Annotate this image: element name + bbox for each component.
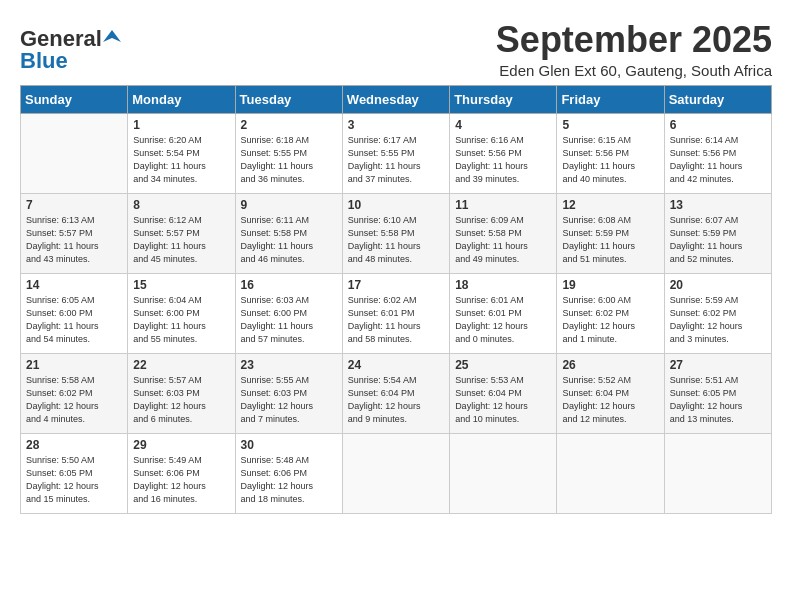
day-number: 18 [455, 278, 551, 292]
day-number: 27 [670, 358, 766, 372]
calendar-cell: 9Sunrise: 6:11 AMSunset: 5:58 PMDaylight… [235, 193, 342, 273]
logo-bird-icon [103, 28, 121, 46]
day-info: Sunrise: 6:07 AMSunset: 5:59 PMDaylight:… [670, 214, 766, 266]
calendar-header-row: SundayMondayTuesdayWednesdayThursdayFrid… [21, 85, 772, 113]
day-number: 23 [241, 358, 337, 372]
calendar-week-2: 7Sunrise: 6:13 AMSunset: 5:57 PMDaylight… [21, 193, 772, 273]
day-info: Sunrise: 6:18 AMSunset: 5:55 PMDaylight:… [241, 134, 337, 186]
day-info: Sunrise: 6:10 AMSunset: 5:58 PMDaylight:… [348, 214, 444, 266]
svg-marker-0 [103, 30, 121, 42]
calendar-cell [450, 433, 557, 513]
day-number: 6 [670, 118, 766, 132]
day-header-sunday: Sunday [21, 85, 128, 113]
calendar-cell [557, 433, 664, 513]
calendar-week-1: 1Sunrise: 6:20 AMSunset: 5:54 PMDaylight… [21, 113, 772, 193]
calendar-cell: 20Sunrise: 5:59 AMSunset: 6:02 PMDayligh… [664, 273, 771, 353]
day-number: 7 [26, 198, 122, 212]
calendar-cell: 25Sunrise: 5:53 AMSunset: 6:04 PMDayligh… [450, 353, 557, 433]
day-header-friday: Friday [557, 85, 664, 113]
calendar-cell: 1Sunrise: 6:20 AMSunset: 5:54 PMDaylight… [128, 113, 235, 193]
calendar-week-4: 21Sunrise: 5:58 AMSunset: 6:02 PMDayligh… [21, 353, 772, 433]
calendar-cell: 28Sunrise: 5:50 AMSunset: 6:05 PMDayligh… [21, 433, 128, 513]
day-number: 8 [133, 198, 229, 212]
calendar-cell: 10Sunrise: 6:10 AMSunset: 5:58 PMDayligh… [342, 193, 449, 273]
day-info: Sunrise: 6:13 AMSunset: 5:57 PMDaylight:… [26, 214, 122, 266]
day-info: Sunrise: 6:16 AMSunset: 5:56 PMDaylight:… [455, 134, 551, 186]
day-header-tuesday: Tuesday [235, 85, 342, 113]
day-info: Sunrise: 5:59 AMSunset: 6:02 PMDaylight:… [670, 294, 766, 346]
calendar-cell: 13Sunrise: 6:07 AMSunset: 5:59 PMDayligh… [664, 193, 771, 273]
calendar-table: SundayMondayTuesdayWednesdayThursdayFrid… [20, 85, 772, 514]
calendar-cell: 15Sunrise: 6:04 AMSunset: 6:00 PMDayligh… [128, 273, 235, 353]
logo: General Blue [20, 28, 121, 72]
day-info: Sunrise: 5:54 AMSunset: 6:04 PMDaylight:… [348, 374, 444, 426]
day-info: Sunrise: 6:04 AMSunset: 6:00 PMDaylight:… [133, 294, 229, 346]
day-number: 12 [562, 198, 658, 212]
day-info: Sunrise: 6:12 AMSunset: 5:57 PMDaylight:… [133, 214, 229, 266]
calendar-cell: 5Sunrise: 6:15 AMSunset: 5:56 PMDaylight… [557, 113, 664, 193]
day-number: 21 [26, 358, 122, 372]
logo-general-text: General [20, 28, 102, 50]
day-number: 2 [241, 118, 337, 132]
day-number: 22 [133, 358, 229, 372]
day-info: Sunrise: 6:00 AMSunset: 6:02 PMDaylight:… [562, 294, 658, 346]
location-title: Eden Glen Ext 60, Gauteng, South Africa [496, 62, 772, 79]
calendar-cell: 21Sunrise: 5:58 AMSunset: 6:02 PMDayligh… [21, 353, 128, 433]
calendar-cell: 26Sunrise: 5:52 AMSunset: 6:04 PMDayligh… [557, 353, 664, 433]
calendar-cell: 16Sunrise: 6:03 AMSunset: 6:00 PMDayligh… [235, 273, 342, 353]
calendar-cell: 19Sunrise: 6:00 AMSunset: 6:02 PMDayligh… [557, 273, 664, 353]
day-info: Sunrise: 6:15 AMSunset: 5:56 PMDaylight:… [562, 134, 658, 186]
calendar-cell: 30Sunrise: 5:48 AMSunset: 6:06 PMDayligh… [235, 433, 342, 513]
calendar-cell: 6Sunrise: 6:14 AMSunset: 5:56 PMDaylight… [664, 113, 771, 193]
day-number: 9 [241, 198, 337, 212]
day-number: 15 [133, 278, 229, 292]
day-info: Sunrise: 5:58 AMSunset: 6:02 PMDaylight:… [26, 374, 122, 426]
day-number: 29 [133, 438, 229, 452]
calendar-cell: 23Sunrise: 5:55 AMSunset: 6:03 PMDayligh… [235, 353, 342, 433]
day-info: Sunrise: 5:57 AMSunset: 6:03 PMDaylight:… [133, 374, 229, 426]
calendar-cell: 18Sunrise: 6:01 AMSunset: 6:01 PMDayligh… [450, 273, 557, 353]
calendar-cell: 27Sunrise: 5:51 AMSunset: 6:05 PMDayligh… [664, 353, 771, 433]
day-info: Sunrise: 6:09 AMSunset: 5:58 PMDaylight:… [455, 214, 551, 266]
day-info: Sunrise: 5:48 AMSunset: 6:06 PMDaylight:… [241, 454, 337, 506]
day-info: Sunrise: 6:20 AMSunset: 5:54 PMDaylight:… [133, 134, 229, 186]
day-info: Sunrise: 6:14 AMSunset: 5:56 PMDaylight:… [670, 134, 766, 186]
day-number: 1 [133, 118, 229, 132]
day-info: Sunrise: 6:03 AMSunset: 6:00 PMDaylight:… [241, 294, 337, 346]
calendar-cell: 29Sunrise: 5:49 AMSunset: 6:06 PMDayligh… [128, 433, 235, 513]
day-info: Sunrise: 6:01 AMSunset: 6:01 PMDaylight:… [455, 294, 551, 346]
calendar-cell: 2Sunrise: 6:18 AMSunset: 5:55 PMDaylight… [235, 113, 342, 193]
day-number: 19 [562, 278, 658, 292]
day-info: Sunrise: 5:49 AMSunset: 6:06 PMDaylight:… [133, 454, 229, 506]
day-info: Sunrise: 5:51 AMSunset: 6:05 PMDaylight:… [670, 374, 766, 426]
day-info: Sunrise: 6:02 AMSunset: 6:01 PMDaylight:… [348, 294, 444, 346]
day-header-monday: Monday [128, 85, 235, 113]
day-header-wednesday: Wednesday [342, 85, 449, 113]
day-info: Sunrise: 5:52 AMSunset: 6:04 PMDaylight:… [562, 374, 658, 426]
day-number: 10 [348, 198, 444, 212]
calendar-cell: 14Sunrise: 6:05 AMSunset: 6:00 PMDayligh… [21, 273, 128, 353]
calendar-cell: 7Sunrise: 6:13 AMSunset: 5:57 PMDaylight… [21, 193, 128, 273]
day-info: Sunrise: 5:53 AMSunset: 6:04 PMDaylight:… [455, 374, 551, 426]
calendar-cell: 17Sunrise: 6:02 AMSunset: 6:01 PMDayligh… [342, 273, 449, 353]
day-number: 16 [241, 278, 337, 292]
calendar-cell [664, 433, 771, 513]
day-info: Sunrise: 6:17 AMSunset: 5:55 PMDaylight:… [348, 134, 444, 186]
day-info: Sunrise: 5:50 AMSunset: 6:05 PMDaylight:… [26, 454, 122, 506]
day-info: Sunrise: 6:11 AMSunset: 5:58 PMDaylight:… [241, 214, 337, 266]
day-info: Sunrise: 6:05 AMSunset: 6:00 PMDaylight:… [26, 294, 122, 346]
day-info: Sunrise: 6:08 AMSunset: 5:59 PMDaylight:… [562, 214, 658, 266]
day-header-saturday: Saturday [664, 85, 771, 113]
day-number: 28 [26, 438, 122, 452]
day-number: 26 [562, 358, 658, 372]
day-number: 5 [562, 118, 658, 132]
calendar-cell [21, 113, 128, 193]
day-number: 13 [670, 198, 766, 212]
day-number: 17 [348, 278, 444, 292]
calendar-cell: 24Sunrise: 5:54 AMSunset: 6:04 PMDayligh… [342, 353, 449, 433]
day-number: 3 [348, 118, 444, 132]
calendar-cell: 22Sunrise: 5:57 AMSunset: 6:03 PMDayligh… [128, 353, 235, 433]
day-number: 14 [26, 278, 122, 292]
day-number: 11 [455, 198, 551, 212]
day-number: 24 [348, 358, 444, 372]
